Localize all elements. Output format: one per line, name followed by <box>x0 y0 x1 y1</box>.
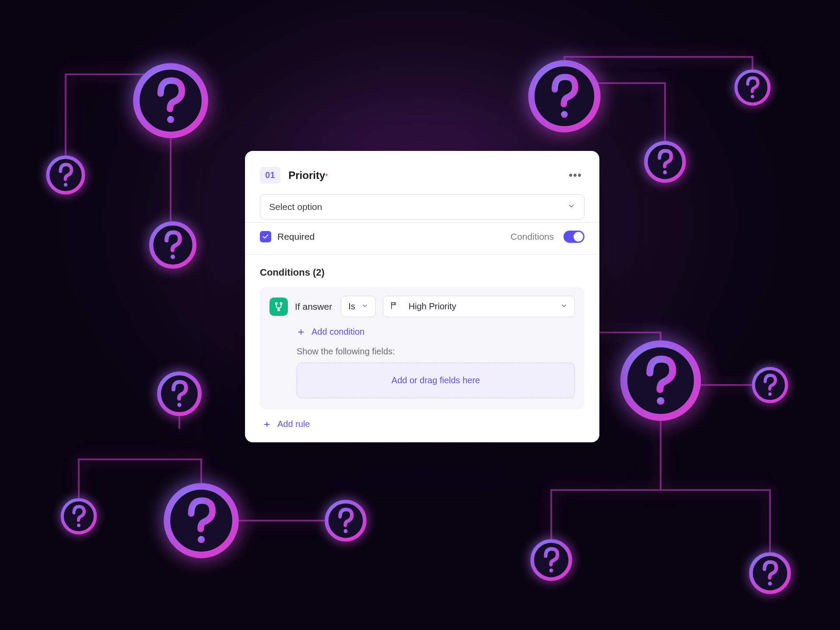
field-title-text: Priority <box>288 169 325 181</box>
chevron-down-icon <box>567 202 575 212</box>
dropzone-label: Add or drag fields here <box>392 375 480 385</box>
add-rule-button[interactable]: Add rule <box>262 419 584 429</box>
divider <box>245 222 599 223</box>
conditions-toggle[interactable] <box>564 231 584 243</box>
field-options-row: Required Conditions <box>260 231 584 243</box>
required-label: Required <box>277 231 315 242</box>
chevron-down-icon <box>560 301 567 312</box>
more-horizontal-icon: ••• <box>569 168 582 182</box>
chevron-down-icon <box>361 301 368 312</box>
condition-rule: If answer Is High Priority <box>260 287 584 410</box>
field-editor-card: 01 Priority* ••• Select option Required … <box>245 151 599 442</box>
if-answer-label: If answer <box>295 301 332 312</box>
option-select[interactable]: Select option <box>260 194 584 220</box>
add-condition-button[interactable]: Add condition <box>297 327 575 337</box>
flag-icon <box>390 301 398 312</box>
plus-icon <box>297 328 305 336</box>
fields-dropzone[interactable]: Add or drag fields here <box>297 363 575 398</box>
toggle-knob <box>574 232 583 242</box>
branch-icon <box>270 298 288 316</box>
show-fields-label: Show the following fields: <box>297 346 575 357</box>
plus-icon <box>262 420 271 429</box>
field-header: 01 Priority* ••• <box>260 166 584 185</box>
more-options-button[interactable]: ••• <box>566 166 584 185</box>
field-title: Priority* <box>288 169 328 182</box>
operator-value: Is <box>348 301 355 312</box>
field-number-badge: 01 <box>260 167 280 184</box>
required-checkbox[interactable] <box>260 231 271 242</box>
divider <box>245 254 599 255</box>
conditions-heading: Conditions (2) <box>260 267 584 278</box>
required-asterisk: * <box>325 173 328 180</box>
check-icon <box>262 233 269 240</box>
value-select[interactable]: High Priority <box>383 296 575 317</box>
value-label: High Priority <box>409 301 456 312</box>
condition-row: If answer Is High Priority <box>270 296 575 317</box>
add-rule-label: Add rule <box>277 419 310 429</box>
add-condition-label: Add condition <box>312 327 364 337</box>
option-select-placeholder: Select option <box>269 202 322 212</box>
operator-select[interactable]: Is <box>341 296 376 317</box>
conditions-label: Conditions <box>511 231 554 242</box>
